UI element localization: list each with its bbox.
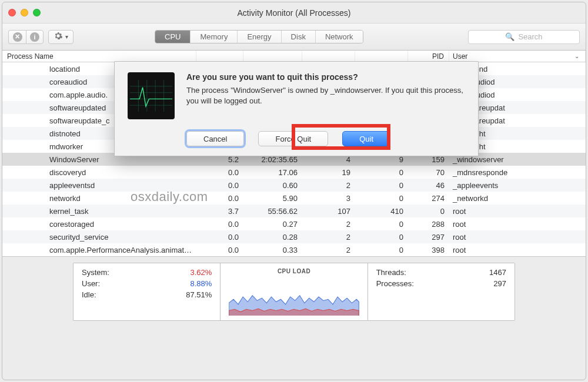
header-time[interactable] [243, 51, 302, 62]
cell-cpu: 0.0 [196, 246, 243, 254]
search-field[interactable]: 🔍 Search [468, 30, 580, 44]
header-threads[interactable] [302, 51, 355, 62]
idle-value: 87.51% [186, 290, 212, 299]
search-placeholder: Search [518, 32, 542, 41]
table-row[interactable]: com.apple.PerformanceAnalysis.animat…0.0… [2, 243, 586, 256]
cell-user: _networkd [449, 194, 586, 203]
cell-pid: 70 [408, 168, 449, 177]
processes-label: Processes: [376, 279, 414, 288]
stop-process-button[interactable]: ✕ [8, 30, 26, 44]
cell-time: 0.28 [243, 233, 302, 242]
chevron-down-icon: ▾ [65, 33, 68, 40]
tab-memory[interactable]: Memory [191, 31, 238, 43]
tab-energy[interactable]: Energy [238, 31, 281, 43]
cell-user: root [449, 207, 586, 216]
table-row[interactable]: kernel_task3.755:56.621074100root [2, 205, 586, 217]
idle-label: Idle: [82, 290, 96, 299]
cell-idle: 0 [355, 233, 408, 242]
cell-pid: 274 [408, 194, 449, 203]
header-cpu[interactable] [196, 51, 243, 62]
cell-cpu: 0.0 [196, 220, 243, 229]
cell-idle: 0 [355, 220, 408, 229]
system-value: 3.62% [190, 268, 212, 277]
cell-idle: 0 [355, 168, 408, 177]
header-pid[interactable]: PID [408, 51, 449, 62]
cell-time: 17.06 [243, 168, 302, 177]
cell-process-name: networkd [2, 194, 196, 203]
table-row[interactable]: corestoraged0.00.2720288root [2, 217, 586, 230]
user-value: 8.88% [190, 279, 212, 288]
cell-idle: 0 [355, 246, 408, 254]
svg-rect-0 [130, 80, 172, 112]
header-user[interactable]: User ⌄ [449, 51, 586, 62]
cpu-load-title: CPU LOAD [278, 268, 310, 274]
threads-label: Threads: [376, 268, 406, 277]
cell-process-name: discoveryd [2, 168, 196, 177]
cell-pid: 297 [408, 233, 449, 242]
cell-user: root [449, 233, 586, 242]
cell-pid: 288 [408, 220, 449, 229]
quit-process-dialog: Are you sure you want to quit this proce… [114, 61, 479, 156]
cell-time: 0.60 [243, 181, 302, 190]
cell-threads: 19 [302, 168, 355, 177]
cell-process-name: kernel_task [2, 207, 196, 216]
cell-cpu: 0.0 [196, 194, 243, 203]
minimize-window-button[interactable] [21, 9, 28, 16]
stop-icon: ✕ [13, 32, 22, 42]
cpu-load-panel: CPU LOAD [220, 263, 367, 321]
header-idle[interactable] [355, 51, 408, 62]
system-label: System: [82, 268, 109, 277]
column-headers: Process Name PID User ⌄ [2, 51, 586, 62]
tab-bar: CPU Memory Energy Disk Network [155, 30, 363, 43]
cell-user: root [449, 246, 586, 254]
cell-idle: 0 [355, 181, 408, 190]
threads-value: 1467 [489, 268, 506, 277]
cell-process-name: appleeventsd [2, 181, 196, 190]
cell-threads: 2 [302, 246, 355, 254]
tab-cpu[interactable]: CPU [155, 31, 191, 43]
cell-user: root [449, 220, 586, 229]
quit-button[interactable]: Quit [342, 131, 390, 146]
cell-user: _appleevents [449, 181, 586, 190]
tab-network[interactable]: Network [316, 31, 363, 43]
force-quit-button[interactable]: Force Quit [258, 131, 328, 146]
cell-idle: 410 [355, 207, 408, 216]
window-controls [8, 9, 41, 16]
table-row[interactable]: discoveryd0.017.0619070_mdnsresponde [2, 166, 586, 179]
zoom-window-button[interactable] [33, 9, 41, 16]
activity-monitor-icon [128, 72, 175, 119]
search-icon: 🔍 [505, 32, 514, 41]
inspect-process-button[interactable]: i [26, 30, 44, 44]
table-row[interactable]: networkd0.05.9030274_networkd [2, 192, 586, 205]
tab-disk[interactable]: Disk [282, 31, 316, 43]
titlebar: Activity Monitor (All Processes) [2, 2, 586, 24]
cell-threads: 3 [302, 194, 355, 203]
cell-cpu: 0.0 [196, 233, 243, 242]
activity-monitor-window: Activity Monitor (All Processes) ✕ i ▾ C… [2, 2, 586, 380]
dialog-headline: Are you sure you want to quit this proce… [186, 72, 465, 82]
gear-icon [54, 31, 63, 42]
cell-pid: 398 [408, 246, 449, 254]
footer-stats: System:3.62% User:8.88% Idle:87.51% CPU … [2, 256, 586, 327]
cell-time: 5.90 [243, 194, 302, 203]
close-window-button[interactable] [8, 9, 16, 16]
cpu-load-chart [229, 278, 359, 316]
table-row[interactable]: securityd_service0.00.2820297root [2, 230, 586, 243]
cell-threads: 2 [302, 220, 355, 229]
info-icon: i [30, 32, 39, 42]
cell-idle: 0 [355, 194, 408, 203]
cell-cpu: 0.0 [196, 168, 243, 177]
cpu-stats-panel: System:3.62% User:8.88% Idle:87.51% [73, 263, 220, 321]
cell-user: _mdnsresponde [449, 168, 586, 177]
cell-process-name: corestoraged [2, 220, 196, 229]
cell-pid: 46 [408, 181, 449, 190]
cell-threads: 107 [302, 207, 355, 216]
cancel-button[interactable]: Cancel [186, 131, 244, 146]
cell-process-name: com.apple.PerformanceAnalysis.animat… [2, 246, 196, 254]
sort-indicator-icon: ⌄ [574, 53, 579, 59]
table-row[interactable]: appleeventsd0.00.602046_appleevents [2, 179, 586, 192]
user-label: User: [82, 279, 100, 288]
options-menu-button[interactable]: ▾ [48, 30, 74, 44]
header-process-name[interactable]: Process Name [2, 51, 196, 62]
cell-threads: 2 [302, 233, 355, 242]
